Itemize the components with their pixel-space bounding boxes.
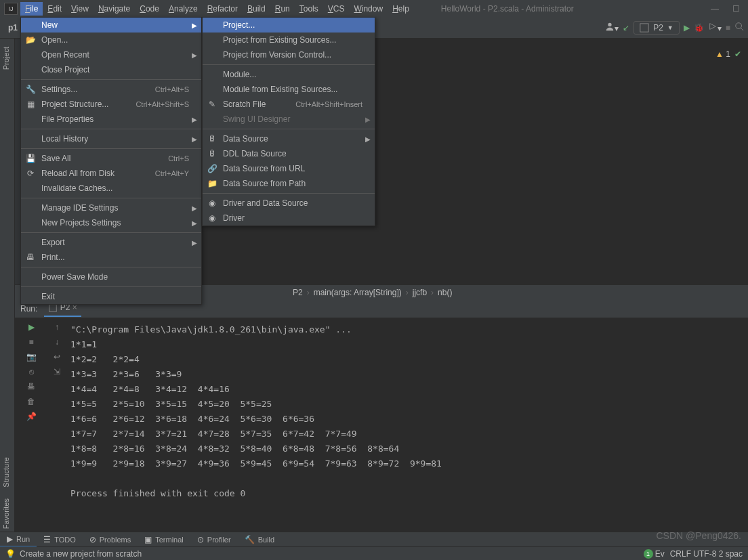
file-reload-all-from-disk[interactable]: ⟳Reload All from DiskCtrl+Alt+Y [21, 166, 201, 181]
wrap-icon[interactable]: ↩ [54, 352, 60, 362]
new-ddl-data-source[interactable]: 🛢DDL Data Source [203, 146, 375, 161]
file-print-[interactable]: 🖶Print... [21, 250, 201, 265]
new-project-from-existing-sources-[interactable]: Project from Existing Sources... [203, 33, 375, 47]
run-coverage-button[interactable]: ▾ [708, 22, 722, 33]
menu-build[interactable]: Build [243, 2, 270, 16]
term-icon: ▣ [144, 535, 152, 544]
breadcrumb-item[interactable]: jjcfb [413, 288, 427, 297]
search-icon[interactable] [734, 22, 744, 33]
file-invalidate-caches-[interactable]: Invalidate Caches... [21, 181, 201, 196]
submenu-arrow-icon: ▶ [192, 51, 197, 59]
new-data-source-from-path[interactable]: 📁Data Source from Path [203, 176, 375, 191]
menu-window[interactable]: Window [349, 2, 388, 16]
console-output[interactable]: "C:\Program Files\Java\jdk1.8.0_261\bin\… [66, 318, 748, 540]
file-local-history[interactable]: Local History▶ [21, 131, 201, 146]
menu-item-label: New Projects Settings [41, 218, 189, 228]
file-open-[interactable]: 📂Open... [21, 33, 201, 47]
file-new-projects-settings[interactable]: New Projects Settings▶ [21, 215, 201, 230]
print-icon[interactable]: 🖶 [27, 382, 35, 391]
build-icon: 🔨 [245, 535, 255, 544]
structure-icon: ▦ [25, 99, 36, 110]
menu-help[interactable]: Help [388, 2, 414, 16]
menu-item-label: Data Source from Path [223, 179, 362, 188]
submenu-arrow-icon: ▶ [192, 239, 197, 246]
new-data-source[interactable]: 🛢Data Source▶ [203, 131, 375, 146]
scratch-icon: ✎ [207, 99, 217, 110]
camera-icon[interactable]: 📷 [26, 352, 37, 362]
warning-indicator-icon[interactable]: ▲ 1 [715, 47, 730, 62]
debug-button[interactable]: 🐞 [694, 23, 704, 33]
submenu-arrow-icon: ▶ [365, 135, 371, 143]
vcs-update-icon[interactable]: ↙ [623, 23, 629, 33]
menu-edit[interactable]: Edit [43, 2, 66, 16]
new-module-[interactable]: Module... [203, 67, 375, 82]
structure-tool-tab[interactable]: Structure [0, 452, 12, 493]
breadcrumb-item[interactable]: nb() [438, 288, 452, 297]
tab-todo[interactable]: ☰TODO [37, 533, 83, 546]
scroll-icon[interactable]: ⇲ [54, 367, 60, 376]
menu-view[interactable]: View [66, 2, 94, 16]
tab-build[interactable]: 🔨Build [238, 533, 281, 546]
new-driver[interactable]: ◉Driver [203, 211, 375, 225]
menu-file[interactable]: File [20, 2, 43, 16]
tab-profiler[interactable]: ⊙Profiler [190, 533, 238, 546]
new-module-from-existing-sources-[interactable]: Module from Existing Sources... [203, 82, 375, 97]
project-tool-tab[interactable]: Project [0, 41, 12, 75]
file-open-recent[interactable]: Open Recent▶ [21, 47, 201, 62]
breadcrumb-item[interactable]: main(args: Array[String]) [314, 288, 402, 297]
breadcrumb-item[interactable]: P2 [293, 288, 303, 297]
svg-point-0 [608, 23, 612, 26]
file-save-all[interactable]: 💾Save AllCtrl+S [21, 151, 201, 166]
stop-icon[interactable]: ■ [28, 337, 33, 347]
new-driver-and-data-source[interactable]: ◉Driver and Data Source [203, 196, 375, 211]
project-tab[interactable]: p1 [4, 23, 22, 33]
file-exit[interactable]: Exit [21, 289, 201, 304]
file-manage-ide-settings[interactable]: Manage IDE Settings▶ [21, 200, 201, 215]
trash-icon[interactable]: 🗑 [27, 397, 35, 406]
menu-vcs[interactable]: VCS [323, 2, 350, 16]
file-power-save-mode[interactable]: Power Save Mode [21, 270, 201, 284]
new-project-from-version-control-[interactable]: Project from Version Control... [203, 47, 375, 62]
run-side-toolbar-2: ↑ ↓ ↩ ⇲ [47, 318, 66, 540]
tab-terminal[interactable]: ▣Terminal [138, 533, 190, 546]
menu-refactor[interactable]: Refactor [203, 2, 243, 16]
minimize-button[interactable]: — [704, 4, 726, 14]
menu-code[interactable]: Code [135, 2, 164, 16]
inspection-ok-icon[interactable]: ✔ [734, 47, 741, 62]
favorites-tool-tab[interactable]: Favorites [0, 493, 12, 534]
user-icon[interactable]: ▾ [605, 22, 619, 33]
menu-analyze[interactable]: Analyze [164, 2, 203, 16]
print-icon: 🖶 [25, 252, 36, 263]
menu-item-label: Close Project [41, 65, 189, 74]
exit-icon[interactable]: ⎋ [29, 367, 34, 376]
left-sidebar: Project Structure Favorites [0, 39, 15, 540]
new-data-source-from-url[interactable]: 🔗Data Source from URL [203, 161, 375, 176]
new-scratch-file[interactable]: ✎Scratch FileCtrl+Alt+Shift+Insert [203, 97, 375, 112]
run-button[interactable]: ▶ [684, 23, 690, 33]
file-file-properties[interactable]: File Properties▶ [21, 112, 201, 127]
menu-run[interactable]: Run [270, 2, 295, 16]
bulb-icon[interactable]: 💡 [5, 549, 16, 559]
tab-run[interactable]: ▶Run [0, 532, 37, 547]
stop-button[interactable]: ■ [726, 23, 730, 33]
menu-item-label: Print... [41, 253, 189, 262]
event-badge[interactable]: 1 [644, 549, 653, 559]
menu-item-label: New [41, 20, 189, 30]
file-new[interactable]: New▶ [21, 18, 201, 33]
file-project-structure-[interactable]: ▦Project Structure...Ctrl+Alt+Shift+S [21, 97, 201, 112]
file-export[interactable]: Export▶ [21, 235, 201, 250]
run-config-selector[interactable]: P2 ▼ [633, 21, 680, 35]
up-icon[interactable]: ↑ [55, 322, 59, 332]
new-project-[interactable]: Project... [203, 18, 375, 33]
file-close-project[interactable]: Close Project [21, 62, 201, 77]
menu-navigate[interactable]: Navigate [94, 2, 135, 16]
down-icon[interactable]: ↓ [55, 337, 59, 347]
maximize-button[interactable]: ☐ [726, 4, 747, 14]
tab-problems[interactable]: ⊘Problems [83, 533, 138, 546]
url-icon: 🔗 [207, 163, 217, 174]
rerun-button[interactable]: ▶ [28, 322, 35, 332]
pin-icon[interactable]: 📌 [26, 412, 37, 421]
file-settings-[interactable]: 🔧Settings...Ctrl+Alt+S [21, 82, 201, 97]
submenu-arrow-icon: ▶ [192, 22, 197, 29]
menu-tools[interactable]: Tools [295, 2, 323, 16]
